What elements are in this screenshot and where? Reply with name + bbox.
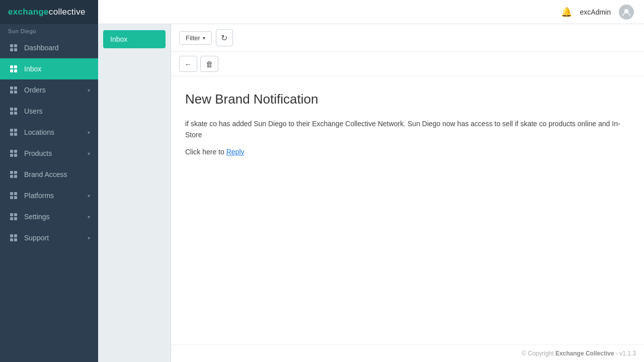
trash-icon: 🗑 xyxy=(206,60,213,68)
filter-chevron-icon: ▾ xyxy=(203,35,205,41)
sidebar-item-support[interactable]: Support ▾ xyxy=(0,227,98,248)
svg-rect-18 xyxy=(10,133,13,136)
refresh-button[interactable]: ↻ xyxy=(216,29,233,46)
app-logo: exchangecollective xyxy=(8,7,86,17)
notifications-bell-icon[interactable]: 🔔 xyxy=(561,7,572,18)
inbox-button[interactable]: Inbox xyxy=(103,30,166,48)
dashboard-icon xyxy=(8,42,19,53)
support-icon xyxy=(8,232,19,243)
sidebar-item-locations-label: Locations xyxy=(24,128,88,136)
sidebar-item-settings[interactable]: Settings ▾ xyxy=(0,206,98,227)
sidebar-item-orders-label: Orders xyxy=(24,86,88,94)
svg-rect-3 xyxy=(14,48,17,51)
svg-rect-36 xyxy=(10,234,13,237)
svg-rect-13 xyxy=(14,108,17,111)
footer-brand: Exchange Collective xyxy=(555,350,614,357)
sidebar-item-users-label: Users xyxy=(24,107,90,115)
back-button[interactable]: ← xyxy=(179,56,197,72)
svg-rect-27 xyxy=(14,175,17,178)
svg-rect-20 xyxy=(10,150,13,153)
svg-rect-26 xyxy=(10,175,13,178)
sidebar-item-orders[interactable]: Orders ▾ xyxy=(0,79,98,101)
products-chevron-icon: ▾ xyxy=(88,151,90,156)
svg-rect-11 xyxy=(14,90,17,94)
svg-rect-24 xyxy=(10,171,13,174)
locations-chevron-icon: ▾ xyxy=(88,130,90,135)
svg-rect-1 xyxy=(14,44,17,47)
sidebar-item-platforms[interactable]: Platforms ▾ xyxy=(0,185,98,206)
svg-rect-21 xyxy=(14,150,17,153)
footer-version: - xyxy=(614,350,620,357)
sidebar-item-brand-access-label: Brand Access xyxy=(24,170,90,178)
users-icon xyxy=(8,106,19,117)
sidebar-item-products[interactable]: Products ▾ xyxy=(0,143,98,164)
svg-rect-6 xyxy=(10,69,13,72)
sidebar-item-dashboard-label: Dashboard xyxy=(24,44,90,52)
locations-icon xyxy=(8,127,19,138)
svg-rect-15 xyxy=(14,112,17,115)
filter-label: Filter xyxy=(186,34,200,42)
orders-icon xyxy=(8,84,19,96)
message-body: if skate co has added Sun Diego to their… xyxy=(185,118,630,141)
topbar-right: 🔔 excAdmin xyxy=(561,5,634,20)
message-content: New Brand Notification if skate co has a… xyxy=(171,76,644,344)
sidebar-item-inbox[interactable]: Inbox xyxy=(0,58,98,79)
svg-rect-23 xyxy=(14,154,17,157)
svg-rect-0 xyxy=(10,44,13,47)
message-action-bar: ← 🗑 xyxy=(171,52,644,76)
sidebar-item-products-label: Products xyxy=(24,149,88,157)
svg-rect-33 xyxy=(14,213,17,216)
svg-rect-38 xyxy=(10,238,13,241)
sidebar: exchangecollective Sun Diego Dashboard I… xyxy=(0,0,98,362)
org-label: Sun Diego xyxy=(0,24,98,37)
sidebar-item-locations[interactable]: Locations ▾ xyxy=(0,122,98,143)
svg-rect-5 xyxy=(14,65,17,68)
reply-link[interactable]: Reply xyxy=(226,148,245,156)
message-toolbar: Filter ▾ ↻ xyxy=(171,24,644,52)
footer-version-number: v1.1.3 xyxy=(619,350,636,357)
refresh-icon: ↻ xyxy=(221,33,227,43)
reply-prefix: Click here to xyxy=(185,148,224,156)
svg-rect-39 xyxy=(14,238,17,241)
svg-rect-7 xyxy=(14,69,17,72)
svg-rect-19 xyxy=(14,133,17,136)
settings-chevron-icon: ▾ xyxy=(88,214,90,220)
message-footer: © Copyright Exchange Collective - v1.1.3 xyxy=(171,344,644,362)
svg-rect-2 xyxy=(10,48,13,51)
products-icon xyxy=(8,148,19,159)
svg-rect-14 xyxy=(10,112,13,115)
svg-rect-10 xyxy=(10,90,13,94)
inbox-icon xyxy=(8,63,19,74)
sidebar-item-inbox-label: Inbox xyxy=(24,65,90,73)
sidebar-item-brand-access[interactable]: Brand Access xyxy=(0,164,98,185)
filter-button[interactable]: Filter ▾ xyxy=(179,31,212,45)
avatar[interactable] xyxy=(619,5,634,20)
svg-rect-17 xyxy=(14,129,17,132)
svg-rect-30 xyxy=(10,196,13,199)
platforms-chevron-icon: ▾ xyxy=(88,193,90,199)
svg-rect-4 xyxy=(10,65,13,68)
support-chevron-icon: ▾ xyxy=(88,235,90,241)
svg-rect-29 xyxy=(14,192,17,195)
orders-chevron-icon: ▾ xyxy=(88,87,90,93)
delete-button[interactable]: 🗑 xyxy=(200,56,218,72)
svg-rect-34 xyxy=(10,217,13,220)
footer-copyright: © Copyright xyxy=(522,350,555,357)
svg-rect-12 xyxy=(10,108,13,111)
sidebar-item-dashboard[interactable]: Dashboard xyxy=(0,37,98,58)
content-wrapper: Inbox Filter ▾ ↻ ← 🗑 xyxy=(98,24,644,362)
logo-area: exchangecollective xyxy=(0,0,98,24)
svg-rect-28 xyxy=(10,192,13,195)
svg-rect-9 xyxy=(14,86,17,89)
svg-rect-8 xyxy=(10,86,13,89)
brand-access-icon xyxy=(8,169,19,180)
platforms-icon xyxy=(8,190,19,201)
svg-rect-31 xyxy=(14,196,17,199)
sidebar-item-platforms-label: Platforms xyxy=(24,192,88,200)
sidebar-item-users[interactable]: Users xyxy=(0,101,98,122)
svg-rect-22 xyxy=(10,154,13,157)
message-area: Filter ▾ ↻ ← 🗑 New Brand Notification xyxy=(171,24,644,362)
back-arrow-icon: ← xyxy=(185,60,192,68)
svg-rect-35 xyxy=(14,217,17,220)
inbox-panel: Inbox xyxy=(98,24,171,362)
